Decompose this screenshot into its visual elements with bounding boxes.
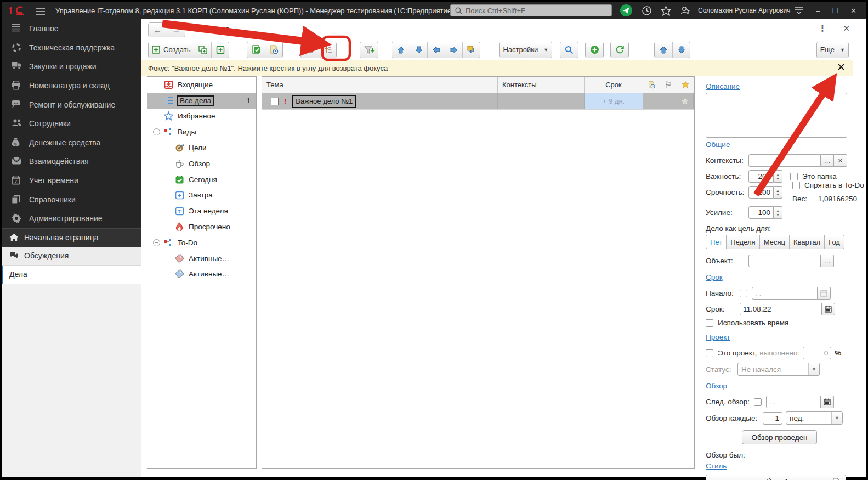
sort-desc-button[interactable] bbox=[301, 42, 319, 58]
sidebar-item-6[interactable]: $Денежные средства bbox=[2, 133, 141, 153]
fill-color-button[interactable] bbox=[759, 475, 778, 480]
window-menu-icon[interactable] bbox=[794, 6, 804, 15]
create-button[interactable]: Создать bbox=[149, 42, 194, 58]
review-every-input[interactable]: 1 bbox=[763, 412, 782, 425]
move-down-button[interactable] bbox=[410, 42, 427, 58]
picture-button[interactable]: Картинка bbox=[796, 475, 827, 480]
next-review-calendar-icon[interactable] bbox=[821, 396, 834, 408]
tree-item-вседела[interactable]: Все дела1 bbox=[147, 93, 256, 109]
row-up-button[interactable] bbox=[655, 42, 672, 58]
tree-expander-icon[interactable]: − bbox=[153, 128, 160, 135]
font-color-button[interactable]: A bbox=[778, 475, 796, 480]
remove-format-button[interactable] bbox=[827, 475, 846, 480]
move-left-button[interactable] bbox=[427, 42, 445, 58]
review-done-button[interactable]: Обзор проведен bbox=[742, 430, 816, 444]
history-icon[interactable] bbox=[642, 5, 652, 16]
close-tab-icon[interactable]: ✕ bbox=[843, 24, 850, 33]
goal-option-4[interactable]: Год bbox=[824, 235, 844, 249]
sidebar-item-8[interactable]: 7Учет времени bbox=[2, 171, 141, 190]
move-to-folder-button[interactable] bbox=[462, 42, 480, 58]
task-subject[interactable]: Важное дело №1 bbox=[292, 95, 356, 108]
description-textarea[interactable] bbox=[706, 93, 847, 138]
move-right-button[interactable] bbox=[445, 42, 462, 58]
use-time-checkbox[interactable] bbox=[706, 319, 713, 327]
goal-option-2[interactable]: Месяц bbox=[759, 235, 789, 249]
contexts-select-button[interactable]: … bbox=[821, 154, 834, 167]
create-new-button[interactable] bbox=[211, 42, 229, 58]
minimize-icon[interactable]: – bbox=[816, 7, 820, 15]
tree-item-цели[interactable]: Цели bbox=[147, 140, 256, 156]
global-search-input[interactable]: Поиск Ctrl+Shift+F bbox=[450, 4, 612, 16]
row-down-button[interactable] bbox=[672, 42, 690, 58]
tree-item-сегодня[interactable]: Сегодня bbox=[147, 172, 256, 188]
urgency-spinner[interactable]: ▲▼ bbox=[774, 186, 782, 199]
goal-option-0[interactable]: Нет bbox=[706, 235, 726, 249]
refresh-button[interactable] bbox=[611, 42, 628, 58]
tree-item-активные[interactable]: Активные… bbox=[147, 251, 256, 267]
column-postpone-icon[interactable] bbox=[643, 77, 660, 93]
sort-asc-button[interactable] bbox=[319, 42, 336, 58]
column-subject[interactable]: Тема bbox=[262, 77, 498, 93]
task-favorite-cell[interactable] bbox=[677, 93, 694, 109]
filter-focus-button[interactable] bbox=[360, 42, 378, 58]
style-link[interactable]: Стиль bbox=[706, 462, 727, 470]
forward-button[interactable]: → bbox=[167, 23, 185, 37]
general-link[interactable]: Общие bbox=[706, 140, 730, 149]
tree-expander-icon[interactable]: − bbox=[153, 239, 160, 246]
sidebar-item-9[interactable]: Справочники bbox=[2, 190, 141, 209]
project-link[interactable]: Проект bbox=[706, 333, 730, 341]
goal-option-1[interactable]: Неделя bbox=[726, 235, 759, 249]
start-date-input[interactable]: . . bbox=[752, 287, 818, 300]
tree-item-активные[interactable]: Активные… bbox=[147, 267, 256, 283]
start-checkbox[interactable] bbox=[740, 290, 747, 297]
effort-input[interactable]: 100 bbox=[748, 206, 774, 219]
favorites-icon[interactable] bbox=[661, 5, 671, 16]
tree-item-завтра[interactable]: Завтра bbox=[147, 188, 256, 204]
sidebar-item-5[interactable]: Сотрудники bbox=[2, 114, 141, 133]
sidebar-item-2[interactable]: Закупки и продажи bbox=[2, 57, 141, 76]
is-folder-checkbox[interactable] bbox=[790, 173, 798, 180]
sidebar-item-7[interactable]: Взаимодействия bbox=[2, 152, 141, 171]
start-calendar-icon[interactable] bbox=[818, 287, 831, 300]
status-select[interactable]: Не начался ▼ bbox=[737, 363, 820, 376]
main-menu-icon[interactable] bbox=[36, 5, 47, 15]
user-icon[interactable] bbox=[680, 5, 690, 16]
term-link[interactable]: Срок bbox=[706, 273, 723, 281]
hide-todo-checkbox[interactable] bbox=[792, 182, 800, 189]
postpone-task-button[interactable] bbox=[265, 42, 282, 58]
next-review-checkbox[interactable] bbox=[754, 398, 762, 406]
effort-spinner[interactable]: ▲▼ bbox=[774, 206, 782, 219]
underline-button[interactable]: Ч bbox=[741, 475, 759, 480]
done-percent-input[interactable]: 0 bbox=[803, 347, 831, 359]
tree-item-просрочено[interactable]: Просрочено bbox=[147, 219, 256, 235]
tree-item-обзор[interactable]: Обзор bbox=[147, 156, 256, 172]
due-calendar-icon[interactable] bbox=[822, 303, 835, 315]
is-project-checkbox[interactable] bbox=[706, 349, 713, 357]
goal-option-3[interactable]: Квартал bbox=[789, 235, 824, 249]
sidebar-item-10[interactable]: Администрирование bbox=[2, 209, 141, 228]
more-button[interactable]: Еще▼ bbox=[817, 42, 848, 58]
column-contexts[interactable]: Контексты bbox=[498, 77, 585, 93]
sidebar-item-home[interactable]: Начальная страница bbox=[2, 228, 141, 247]
due-date-input[interactable]: 11.08.22 bbox=[740, 303, 822, 315]
search-list-button[interactable] bbox=[560, 42, 578, 58]
focus-close-icon[interactable]: ✕ bbox=[837, 61, 846, 74]
next-review-date-input[interactable]: . . bbox=[766, 396, 821, 408]
create-group-button[interactable] bbox=[194, 42, 211, 58]
table-row[interactable]: ! Важное дело №1 + 9 дн. bbox=[262, 93, 694, 110]
column-favorite-icon[interactable] bbox=[677, 77, 694, 93]
more-menu-icon[interactable]: ⋮ bbox=[818, 24, 826, 33]
importance-spinner[interactable]: ▲▼ bbox=[774, 170, 782, 183]
tree-item-этанеделя[interactable]: 7Эта неделя bbox=[147, 203, 256, 219]
description-link[interactable]: Описание bbox=[706, 82, 740, 91]
object-input[interactable] bbox=[748, 255, 821, 267]
sidebar-item-0[interactable]: Главное bbox=[2, 19, 141, 38]
review-link[interactable]: Обзор bbox=[706, 382, 727, 390]
object-select-button[interactable]: … bbox=[821, 255, 834, 267]
importance-input[interactable]: 200 bbox=[748, 170, 774, 183]
add-button[interactable] bbox=[586, 42, 603, 58]
column-due[interactable]: Срок bbox=[585, 77, 643, 93]
sidebar-tab-0[interactable]: Обсуждения bbox=[2, 247, 141, 266]
review-unit-select[interactable]: нед. ▼ bbox=[786, 411, 843, 425]
contexts-input[interactable] bbox=[748, 154, 821, 167]
